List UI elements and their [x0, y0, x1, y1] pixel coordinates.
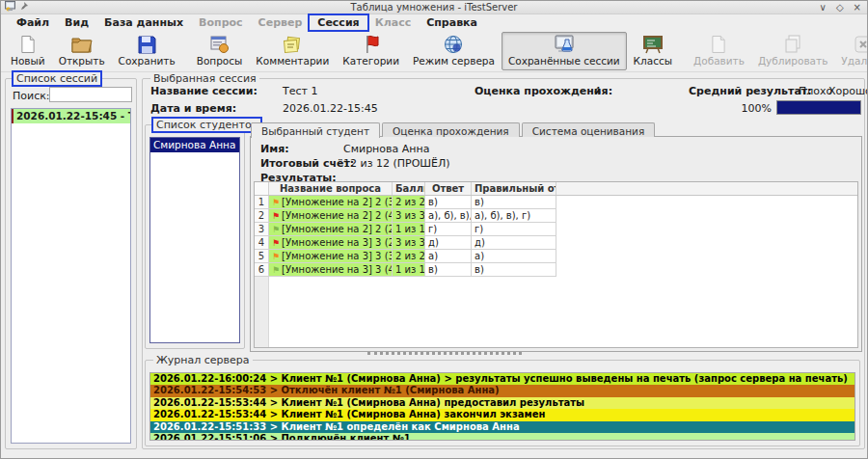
result-row[interactable]: 5 ⚑[Умножение на 3] 3 (3) 2 из 2 а) а): [255, 250, 857, 263]
menubar: Файл Вид База данных Вопрос Сервер Сесси…: [1, 14, 867, 31]
total-score-label: Итоговый счёт:: [260, 157, 354, 170]
add-page-icon: [711, 35, 726, 54]
categories-button[interactable]: Категории: [336, 32, 406, 70]
session-name-value: Тест 1: [283, 85, 317, 97]
tab-selected-student[interactable]: Выбранный студент: [251, 122, 380, 138]
result-row[interactable]: 6 ⚑[Умножение на 3] 3 (4) 1 из 1 в) в): [255, 263, 857, 277]
saved-sessions-button[interactable]: Сохранённые сессии: [502, 32, 627, 70]
students-panel: Список студентов Смирнова Анна: [145, 124, 245, 349]
minimize-button[interactable]: ∨: [820, 1, 827, 14]
average-result-bar: [776, 100, 861, 115]
menu-help[interactable]: Справка: [419, 15, 485, 30]
delete-icon: [854, 35, 868, 54]
average-low-label: Плохо: [799, 85, 832, 97]
app-window: Таблица умножения - iTestServer ∨ ◇ × Фа…: [0, 0, 868, 459]
titlebar[interactable]: Таблица умножения - iTestServer ∨ ◇ ×: [1, 1, 867, 14]
menu-question: Вопрос: [191, 15, 251, 30]
header-answer[interactable]: Ответ: [425, 182, 472, 195]
menu-class: Класс: [367, 15, 420, 30]
pass-mark-value: 4: [594, 85, 601, 97]
header-score[interactable]: Баллы: [393, 182, 425, 195]
students-list: Смирнова Анна: [149, 137, 240, 343]
student-tabs: Выбранный студент Оценка прохождения Сис…: [250, 122, 862, 352]
datetime-label: Дата и время:: [150, 102, 236, 115]
log-entry[interactable]: 2026.01.22-15:53:44 > Клиент №1 (Смирнов…: [150, 397, 854, 409]
save-floppy-icon: [138, 35, 156, 54]
difficulty-flag-icon: ⚑: [272, 198, 280, 207]
datetime-value: 2026.01.22-15:45: [283, 102, 378, 115]
categories-flag-icon: [363, 35, 380, 54]
result-row[interactable]: 1 ⚑[Умножение на 2] 2 (3) 2 из 2 в) в): [255, 196, 857, 209]
tabbar: Выбранный студент Оценка прохождения Сис…: [250, 122, 862, 137]
session-name-label: Название сессии:: [150, 85, 258, 97]
difficulty-flag-icon: ⚑: [272, 252, 280, 261]
log-entry[interactable]: 2026.01.22-15:54:53 > Отключён клиент №1…: [150, 385, 854, 396]
menu-database[interactable]: База данных: [96, 15, 191, 30]
log-entry[interactable]: 2026.01.22-15:51:06 > Подключён клиент №…: [150, 433, 854, 441]
log-entry[interactable]: 2026.01.22-15:53:44 > Клиент №1 (Смирнов…: [150, 409, 854, 420]
maximize-button[interactable]: ◇: [836, 1, 844, 14]
table-gutter: [255, 277, 269, 347]
menu-session[interactable]: Сессия: [310, 15, 366, 30]
open-button[interactable]: Открыть: [52, 32, 112, 70]
close-button[interactable]: ×: [854, 1, 861, 14]
sessions-panel: Список сессий Поиск: 2026.01.22-15:45 - …: [5, 78, 137, 449]
delete-button: Удалить: [834, 32, 868, 70]
result-row[interactable]: 2 ⚑[Умножение на 2] 2 (4) 3 из 3 а), б),…: [255, 209, 857, 223]
server-mode-button[interactable]: Режим сервера: [406, 32, 502, 70]
search-input[interactable]: [49, 87, 132, 102]
average-high-label: Хорошо: [828, 85, 861, 97]
classes-chalkboard-icon: [642, 35, 664, 54]
sessions-panel-title: Список сессий: [14, 72, 100, 85]
search-label: Поиск:: [13, 90, 50, 102]
classes-button[interactable]: Классы: [627, 32, 679, 70]
menu-server: Сервер: [251, 15, 311, 30]
duplicate-button: Дублировать: [751, 32, 834, 70]
session-list-item[interactable]: 2026.01.22-15:45 - Тест 1: [12, 109, 130, 123]
duplicate-pages-icon: [783, 35, 802, 54]
results-header-row: Название вопроса Баллы Ответ Правильный …: [255, 182, 857, 196]
saved-sessions-icon: [553, 35, 576, 54]
log-entry[interactable]: 2026.01.22-15:51:33 > Клиент №1 определё…: [150, 421, 854, 433]
server-mode-globe-icon: [444, 35, 463, 54]
students-panel-title: Список студентов: [153, 119, 260, 131]
results-table: Название вопроса Баллы Ответ Правильный …: [254, 181, 858, 348]
comments-notes-icon: [283, 35, 302, 54]
menu-file[interactable]: Файл: [9, 15, 57, 30]
window-title: Таблица умножения - iTestServer: [1, 2, 867, 13]
total-score-value: 12 из 12 (ПРОШЁЛ): [343, 157, 450, 170]
result-row[interactable]: 3 ⚑[Умножение на 2] 2 (2) 1 из 1 г) г): [255, 223, 857, 236]
difficulty-flag-icon: ⚑: [272, 225, 280, 234]
header-num[interactable]: [255, 182, 269, 195]
save-button[interactable]: Сохранить: [112, 32, 182, 70]
log-entry[interactable]: 2026.01.22-16:00:24 > Клиент №1 (Смирнов…: [150, 373, 854, 385]
menu-view[interactable]: Вид: [57, 15, 96, 30]
comments-button[interactable]: Комментарии: [249, 32, 336, 70]
toolbar: Новый Открыть Сохранить Вопросы Коммента…: [1, 31, 867, 72]
pass-mark-label: Оценка прохождения:: [475, 85, 612, 97]
difficulty-flag-icon: ⚑: [272, 238, 280, 248]
average-result-label: Средний результат:: [689, 85, 812, 97]
header-correct[interactable]: Правильный ответ: [472, 182, 556, 195]
server-log-panel: Журнал сервера 2026.01.22-16:00:24 > Кли…: [145, 360, 860, 446]
sessions-list: 2026.01.22-15:45 - Тест 1: [11, 108, 131, 444]
student-list-item[interactable]: Смирнова Анна: [150, 138, 239, 152]
selected-student-tabpanel: Имя: Смирнова Анна Итоговый счёт: 12 из …: [250, 136, 862, 352]
difficulty-flag-icon: ⚑: [272, 211, 280, 221]
questions-icon: [210, 35, 230, 54]
open-folder-icon: [71, 35, 93, 54]
student-name-value: Смирнова Анна: [343, 143, 429, 155]
questions-button[interactable]: Вопросы: [190, 32, 250, 70]
server-log-title: Журнал сервера: [153, 354, 253, 366]
add-button: Добавить: [687, 32, 751, 70]
header-question[interactable]: Название вопроса: [269, 182, 393, 195]
tab-pass-score[interactable]: Оценка прохождения: [382, 122, 520, 137]
selected-session-title: Выбранная сессия: [150, 72, 259, 85]
tab-grading-system[interactable]: Система оценивания: [522, 122, 656, 137]
average-percent: 100%: [714, 102, 772, 115]
new-button[interactable]: Новый: [4, 32, 52, 70]
result-row[interactable]: 4 ⚑[Умножение на 3] 3 (2) 3 из 3 д) д): [255, 236, 857, 250]
splitter-handle[interactable]: [367, 352, 522, 355]
server-log-list: 2026.01.22-16:00:24 > Клиент №1 (Смирнов…: [149, 372, 855, 441]
new-file-icon: [20, 35, 36, 54]
